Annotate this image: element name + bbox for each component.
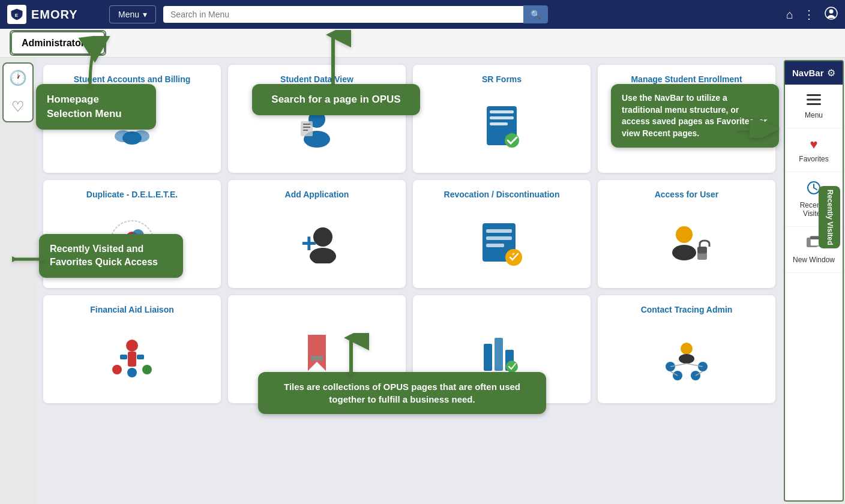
tile-revocation[interactable]: Revocation / Discontinuation [413, 180, 591, 288]
svg-rect-17 [490, 116, 514, 119]
logo-text: EMORY [31, 8, 78, 22]
tile-financial-aid-title: Financial Aid Liaison [53, 305, 211, 314]
tile-duplicate-delete-title: Duplicate - D.E.L.E.T.E. [53, 190, 211, 199]
svg-point-55 [679, 354, 694, 364]
tile-sr-forms-title: SR Forms [422, 74, 581, 84]
tile-financial-aid-icon [105, 322, 159, 394]
svg-line-69 [814, 188, 817, 190]
navbar-settings-button[interactable]: ⚙ [827, 67, 835, 79]
svg-rect-11 [301, 121, 313, 136]
tile-manage-enrollment-title: Manage Student Enrollment [607, 74, 766, 84]
svg-rect-40 [697, 253, 707, 260]
menu-button[interactable]: Menu ▾ [109, 5, 156, 23]
svg-point-46 [127, 368, 137, 377]
callout-tiles: Tiles are collections of OPUS pages that… [258, 372, 546, 414]
menu-lines-icon [807, 93, 821, 109]
svg-rect-16 [490, 110, 514, 113]
tile-sr-forms-icon [481, 91, 523, 163]
arrow-search [315, 30, 351, 92]
svg-rect-42 [128, 352, 136, 367]
arrow-tiles [333, 333, 369, 380]
search-icon: 🔍 [531, 10, 541, 19]
svg-rect-43 [120, 355, 127, 359]
svg-text:E: E [15, 13, 19, 18]
svg-point-37 [676, 226, 693, 243]
tile-add-application[interactable]: Add Application + [228, 180, 406, 288]
svg-point-54 [681, 343, 693, 355]
svg-rect-65 [807, 99, 821, 101]
callout-quick-access-text: Recently Visited andFavorites Quick Acce… [50, 244, 158, 267]
home-icon: ⌂ [786, 8, 793, 21]
svg-rect-32 [486, 229, 512, 233]
favorites-heart-icon: ♥ [810, 137, 817, 152]
navbar-header: NavBar ⚙ [785, 61, 843, 85]
callout-recently-visited: Recently Visited [819, 186, 840, 248]
svg-rect-50 [484, 344, 492, 371]
shield-logo-icon: E [10, 7, 24, 22]
svg-point-38 [672, 245, 696, 260]
sub-header: Administrator ▾ [0, 29, 845, 58]
dots-vertical-icon: ⋮ [803, 8, 815, 21]
callout-homepage-text: HomepageSelection Menu [47, 94, 122, 119]
user-profile-button[interactable] [825, 7, 838, 23]
svg-point-41 [126, 340, 138, 352]
navbar-new-window-label: New Window [793, 256, 835, 264]
logo-shield: E [7, 5, 26, 24]
tile-revocation-title: Revocation / Discontinuation [422, 190, 581, 199]
search-input[interactable] [163, 6, 523, 23]
callout-tiles-text: Tiles are collections of OPUS pages that… [284, 382, 520, 404]
menu-chevron-icon: ▾ [143, 10, 147, 19]
svg-rect-33 [486, 236, 512, 240]
callout-quick-access: Recently Visited andFavorites Quick Acce… [39, 234, 183, 278]
navbar-title: NavBar [792, 68, 824, 78]
tile-access-user[interactable]: Access for User [598, 180, 775, 288]
clock-icon: 🕐 [9, 70, 27, 86]
navbar-panel: NavBar ⚙ Menu ♥ Favorites [784, 60, 844, 502]
tile-financial-aid[interactable]: Financial Aid Liaison [43, 295, 221, 403]
navbar-item-favorites[interactable]: ♥ Favorites [785, 128, 843, 172]
svg-point-2 [829, 9, 834, 13]
svg-rect-18 [490, 122, 508, 125]
heart-icon: ♡ [11, 98, 25, 115]
navbar-menu-label: Menu [805, 111, 823, 119]
svg-rect-64 [807, 94, 821, 96]
navbar-item-menu[interactable]: Menu [785, 85, 843, 128]
svg-marker-48 [308, 335, 326, 371]
tile-add-application-icon: + [293, 206, 341, 278]
tile-contact-tracing-title: Contact Tracing Admin [607, 305, 766, 314]
header-icons: ⌂ ⋮ [786, 7, 838, 23]
tile-access-user-icon [663, 206, 711, 278]
logo: E EMORY [7, 5, 97, 24]
svg-point-8 [133, 130, 149, 142]
gear-icon: ⚙ [827, 68, 835, 78]
callout-search-text: Search for a page in OPUS [271, 94, 400, 105]
quick-access-favorites-button[interactable]: ♡ [11, 98, 25, 115]
home-button[interactable]: ⌂ [786, 8, 793, 22]
svg-rect-51 [495, 338, 503, 371]
svg-point-45 [112, 365, 122, 374]
more-options-button[interactable]: ⋮ [803, 7, 815, 22]
search-button[interactable]: 🔍 [523, 5, 548, 23]
search-bar: 🔍 [163, 5, 779, 23]
navbar-favorites-label: Favorites [799, 155, 828, 163]
svg-rect-44 [137, 355, 144, 359]
menu-label: Menu [118, 10, 139, 19]
tile-access-user-title: Access for User [607, 190, 766, 199]
tile-add-application-title: Add Application [238, 190, 396, 199]
svg-point-53 [506, 361, 518, 373]
tile-revocation-icon [478, 206, 526, 278]
svg-rect-34 [486, 244, 504, 247]
arrow-quick-access [12, 249, 48, 272]
svg-rect-49 [311, 356, 323, 361]
tile-sr-forms[interactable]: SR Forms [413, 65, 591, 173]
quick-access-clock-button[interactable]: 🕐 [9, 70, 27, 86]
arrow-navbar [733, 120, 781, 140]
main-header: E EMORY Menu ▾ 🔍 ⌂ ⋮ [0, 0, 845, 29]
arrow-homepage [66, 36, 114, 92]
quick-access-bar: 🕐 ♡ [2, 62, 34, 122]
svg-text:+: + [301, 229, 317, 258]
tile-contact-tracing[interactable]: Contact Tracing Admin [598, 295, 775, 403]
user-circle-icon [825, 9, 838, 22]
svg-point-47 [142, 365, 152, 374]
recently-visited-label: Recently Visited [826, 190, 834, 245]
